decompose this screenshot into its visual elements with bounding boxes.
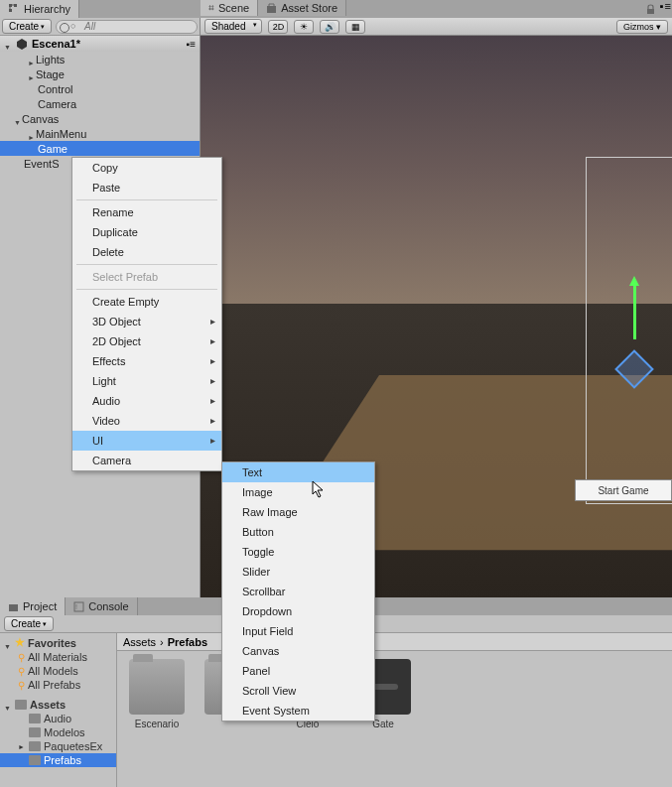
hierarchy-item-camera[interactable]: Camera (0, 96, 200, 111)
gizmo-y-axis-arrow[interactable] (633, 284, 636, 339)
submenu-scrollbar[interactable]: Scrollbar (222, 582, 374, 601)
hierarchy-item-stage[interactable]: Stage (0, 66, 200, 81)
tab-console[interactable]: ! Console (66, 597, 137, 615)
ctx-light[interactable]: Light (72, 371, 221, 391)
svg-rect-0 (9, 4, 12, 7)
svg-rect-5 (647, 9, 654, 14)
search-input[interactable]: ○ All (56, 20, 198, 34)
folder-modelos[interactable]: Modelos (0, 725, 116, 739)
tab-asset-store[interactable]: Asset Store (258, 0, 346, 16)
star-icon: ★ (15, 636, 25, 649)
folder-prefabs[interactable]: Prefabs (0, 753, 116, 767)
panel-menu-icon[interactable]: ▪≡ (660, 0, 672, 18)
submenu-canvas[interactable]: Canvas (222, 641, 374, 661)
ctx-audio[interactable]: Audio (72, 391, 221, 411)
chevron-right-icon: ► (18, 743, 26, 750)
folder-icon (29, 741, 41, 751)
submenu-scroll-view[interactable]: Scroll View (222, 681, 374, 701)
hierarchy-icon (8, 3, 20, 15)
tab-scene[interactable]: ⌗ Scene (201, 0, 258, 16)
chevron-right-icon (28, 56, 36, 64)
ctx-2d-object[interactable]: 2D Object (72, 331, 221, 351)
submenu-raw-image[interactable]: Raw Image (222, 502, 374, 522)
hierarchy-item-canvas[interactable]: Canvas (0, 111, 200, 126)
assets-root[interactable]: Assets (0, 698, 116, 712)
project-tree: ★ Favorites ⚲All Materials⚲All Models⚲Al… (0, 633, 117, 787)
search-icon: ⚲ (18, 680, 25, 691)
toggle-2d-button[interactable]: 2D (268, 20, 288, 34)
svg-rect-8 (9, 604, 18, 611)
ctx-copy[interactable]: Copy (72, 158, 221, 178)
ui-submenu: TextImageRaw ImageButtonToggleSliderScro… (221, 461, 375, 721)
chevron-down-icon (4, 639, 12, 647)
chevron-right-icon (28, 70, 36, 78)
audio-toggle-icon[interactable]: 🔊 (320, 20, 339, 34)
submenu-text[interactable]: Text (222, 462, 374, 482)
search-icon: ⚲ (18, 652, 25, 663)
folder-paquetesex[interactable]: ►PaquetesEx (0, 739, 116, 753)
tab-hierarchy[interactable]: Hierarchy (0, 0, 79, 18)
search-icon: ○ (70, 21, 75, 31)
hierarchy-item-game[interactable]: Game (0, 141, 200, 156)
submenu-image[interactable]: Image (222, 482, 374, 502)
svg-rect-2 (9, 9, 12, 12)
folder-icon (29, 727, 41, 737)
create-button[interactable]: Create ▾ (2, 19, 52, 34)
svg-marker-6 (17, 39, 27, 50)
tab-hierarchy-label: Hierarchy (24, 3, 70, 15)
ctx-delete[interactable]: Delete (72, 242, 221, 262)
submenu-slider[interactable]: Slider (222, 562, 374, 582)
tab-project[interactable]: Project (0, 597, 66, 615)
breadcrumb[interactable]: Assets › Prefabs (117, 633, 672, 651)
favorites-header[interactable]: ★ Favorites (0, 635, 116, 650)
ctx-camera[interactable]: Camera (72, 451, 221, 470)
ctx-effects[interactable]: Effects (72, 351, 221, 371)
hierarchy-item-lights[interactable]: Lights (0, 52, 200, 66)
folder-icon (29, 714, 41, 723)
cursor-icon (312, 480, 326, 501)
scene-menu-icon[interactable]: ▪≡ (187, 39, 196, 50)
ui-rect-outline[interactable] (586, 157, 672, 504)
svg-rect-1 (14, 4, 17, 7)
hierarchy-item-control[interactable]: Control (0, 81, 200, 96)
svg-text:!: ! (75, 603, 77, 610)
ctx-duplicate[interactable]: Duplicate (72, 222, 221, 242)
folder-audio[interactable]: Audio (0, 712, 116, 725)
unity-scene-icon (16, 38, 28, 50)
ctx-video[interactable]: Video (72, 411, 221, 431)
submenu-panel[interactable]: Panel (222, 661, 374, 681)
ctx-rename[interactable]: Rename (72, 202, 221, 222)
chevron-right-icon: › (160, 636, 164, 648)
dropdown-icon: ▾ (41, 23, 45, 31)
chevron-down-icon (4, 40, 12, 48)
folder-icon (29, 755, 41, 765)
search-icon: ⚲ (18, 666, 25, 677)
fav-all-materials[interactable]: ⚲All Materials (0, 650, 116, 664)
submenu-button[interactable]: Button (222, 522, 374, 542)
ctx-create-empty[interactable]: Create Empty (72, 292, 221, 312)
fx-toggle-icon[interactable]: ▦ (345, 20, 365, 34)
fav-all-models[interactable]: ⚲All Models (0, 664, 116, 678)
shading-mode-dropdown[interactable]: Shaded ▾ (204, 19, 262, 34)
console-icon: ! (73, 601, 84, 612)
submenu-event-system[interactable]: Event System (222, 701, 374, 721)
lock-icon[interactable] (642, 0, 660, 18)
ctx-ui[interactable]: UI (72, 431, 221, 451)
ctx-3d-object[interactable]: 3D Object (72, 312, 221, 331)
gizmos-button[interactable]: Gizmos ▾ (616, 20, 668, 34)
hierarchy-item-mainmenu[interactable]: MainMenu (0, 126, 200, 141)
context-menu: CopyPasteRenameDuplicateDeleteSelect Pre… (71, 157, 222, 471)
scene-icon: ⌗ (208, 2, 214, 14)
scene-header[interactable]: Escena1* ▪≡ (0, 36, 200, 52)
project-create-button[interactable]: Create ▾ (4, 616, 54, 631)
svg-rect-7 (267, 6, 276, 13)
asset-escenario[interactable]: Escenario (125, 659, 189, 729)
folder-icon (129, 659, 185, 715)
ctx-paste[interactable]: Paste (72, 178, 221, 197)
scene-toolbar: Shaded ▾ 2D ☀ 🔊 ▦ Gizmos ▾ (201, 18, 672, 36)
submenu-input-field[interactable]: Input Field (222, 621, 374, 641)
submenu-dropdown[interactable]: Dropdown (222, 601, 374, 621)
lighting-toggle-icon[interactable]: ☀ (294, 20, 314, 34)
submenu-toggle[interactable]: Toggle (222, 542, 374, 562)
fav-all-prefabs[interactable]: ⚲All Prefabs (0, 678, 116, 692)
